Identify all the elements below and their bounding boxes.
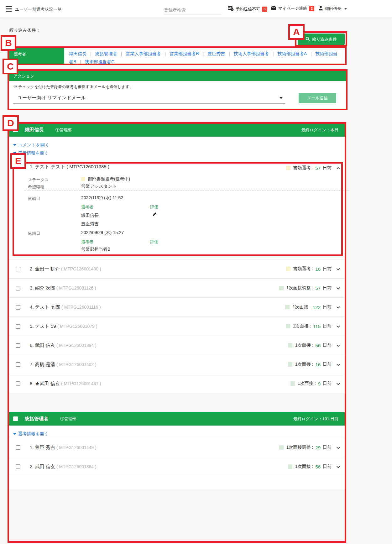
days-count: 56	[315, 464, 321, 469]
row-checkbox[interactable]	[16, 286, 20, 290]
candidate-row: 3. 紹介 次郎 ( MTPG126001126 ) 1次面接調整 : 57 日…	[9, 278, 345, 297]
chevron-down-icon[interactable]	[336, 362, 340, 367]
detail-status-label: ステータス	[28, 177, 49, 183]
section-department: ①管理部	[55, 127, 72, 133]
reviewer-link[interactable]: 豊臣秀吉	[207, 51, 225, 56]
chevron-down-icon[interactable]	[336, 304, 340, 310]
row-checkbox[interactable]	[16, 324, 20, 329]
request-date: 2022/11/09 (水) 11:52	[81, 195, 123, 201]
candidate-name: テスト 五郎	[35, 304, 60, 310]
user-menu[interactable]: 織田信長	[318, 6, 347, 12]
hamburger-menu-icon[interactable]	[6, 6, 12, 12]
days-count: 56	[315, 343, 321, 348]
status-color-square	[288, 362, 292, 367]
top-bar: ユーザー別選考状況一覧 予約送信不可 3 マイページ連絡 2 織田信長	[0, 0, 392, 18]
chevron-down-icon[interactable]	[336, 381, 340, 386]
reviewer-link[interactable]: 営業人事部担当者	[126, 51, 161, 56]
row-checkbox[interactable]	[16, 445, 20, 450]
detail-job-label: 希望職種	[28, 184, 44, 190]
nav-mypage-contact[interactable]: マイページ連絡 2	[271, 6, 314, 11]
days-count: 122	[312, 305, 321, 310]
candidate-name-line: 3. 紹介 次郎 ( MTPG126001126 )	[30, 285, 96, 291]
reviewer-link[interactable]: 統括管理者	[95, 51, 117, 56]
reviewer-filter-row: 選考者 織田信長｜統括管理者｜営業人事部担当者｜営業部担当者B｜豊臣秀吉｜技術人…	[9, 48, 345, 64]
request-date-label: 依頼日	[28, 231, 40, 236]
section-checkbox[interactable]	[13, 416, 18, 421]
status-label: 1次面接調整 :	[286, 285, 313, 291]
open-selection-info-link[interactable]: 選考情報を開く	[13, 431, 49, 437]
reviewer-name: 営業部担当者B	[81, 247, 110, 252]
mail-template-select[interactable]: ユーザー向け リマインドメール	[13, 92, 285, 104]
row-status: 書類選考 : 16 日前	[286, 259, 340, 278]
separator: ｜	[225, 51, 234, 56]
row-status: 1次面接調整 : 57 日前	[279, 279, 340, 297]
days-unit: 日前	[323, 362, 332, 367]
reviewer-link[interactable]: 営業部担当者B	[170, 51, 199, 56]
candidate-code: ( MTPG126001441 )	[61, 381, 101, 386]
row-checkbox[interactable]	[16, 267, 20, 271]
nav-scheduled-send[interactable]: 予約送信不可 3	[228, 6, 267, 13]
mail-template-selected-value: ユーザー向け リマインドメール	[18, 95, 86, 101]
reviewer-link[interactable]: 織田信長	[69, 51, 86, 56]
candidate-row: 2. 武田 信玄 ( MTPG126001384 ) 1次面接 : 56 日前	[9, 457, 345, 476]
chevron-down-icon[interactable]	[336, 266, 340, 272]
section-user-name: 織田信長	[25, 127, 44, 133]
row-number: 7.	[30, 362, 34, 367]
row-number: 2.	[30, 464, 34, 469]
candidate-name-line: 2. 金田一 耕介 ( MTPG126001430 )	[30, 266, 101, 272]
user-section-header: 統括管理者 ①管理部 最終ログイン：101 日前	[9, 412, 345, 426]
chevron-down-icon	[344, 8, 347, 10]
open-comments-link[interactable]: コメントを開く	[13, 142, 49, 148]
row-checkbox[interactable]	[16, 343, 20, 348]
candidate-row: 8. ★武田 信玄 ( MTPG126001441 ) 1次面接 : 9 日前	[9, 374, 345, 393]
divider	[9, 393, 345, 393]
row-number: 5.	[30, 323, 34, 329]
link-label: コメントを開く	[18, 142, 49, 148]
candidate-name: テスト テスト	[35, 164, 65, 169]
nav-label: マイページ連絡	[278, 6, 307, 11]
last-login: 最終ログイン：101 日前	[293, 416, 338, 422]
send-mail-button[interactable]: メール送信	[299, 93, 336, 103]
request-date: 2022/09/29 (木) 15:27	[81, 230, 124, 236]
row-checkbox[interactable]	[16, 362, 20, 367]
mail-icon	[271, 6, 276, 11]
row-status: 1次面接 : 16 日前	[288, 355, 340, 374]
days-count: 29	[315, 445, 321, 450]
chevron-down-icon[interactable]	[336, 323, 340, 329]
filter-button-label: 絞り込み条件	[312, 36, 337, 42]
reviewer-link[interactable]: 技術人事部担当者	[234, 51, 269, 56]
chevron-down-icon[interactable]	[336, 464, 340, 469]
page-title: ユーザー別選考状況一覧	[15, 7, 62, 12]
status-color-square	[285, 305, 290, 309]
candidate-name-line: 5. テスト 59 ( MTPG126001079 )	[30, 323, 97, 329]
candidate-code: ( MTPG126001384 )	[56, 343, 97, 348]
status-label: 書類選考 :	[293, 266, 313, 272]
search-input[interactable]	[164, 6, 221, 14]
edit-pencil-icon[interactable]	[152, 212, 157, 218]
days-unit: 日前	[323, 285, 332, 291]
search-icon	[306, 37, 310, 42]
user-name: 織田信長	[325, 6, 341, 12]
reviewer-link[interactable]: 技術部担当者C	[85, 59, 114, 64]
row-status: 1次面接調整 : 29 日前	[279, 438, 340, 457]
days-count: 16	[315, 362, 321, 367]
chevron-up-icon[interactable]	[336, 165, 340, 171]
annotation-letter-a: A	[288, 24, 305, 40]
separator: ｜	[76, 59, 85, 64]
reviewer-name: 織田信長	[81, 213, 99, 218]
row-checkbox[interactable]	[16, 305, 20, 310]
row-checkbox[interactable]	[16, 381, 20, 386]
last-login: 最終ログイン：本日	[301, 127, 338, 133]
chevron-down-icon[interactable]	[336, 343, 340, 348]
status-label: 1次面接 :	[298, 381, 316, 386]
days-count: 115	[312, 324, 321, 329]
reviewer-link[interactable]: 技術部担当者A	[278, 51, 307, 56]
row-number: 8.	[30, 381, 34, 386]
row-checkbox[interactable]	[16, 464, 20, 469]
section-department: ①管理部	[60, 416, 76, 422]
chevron-down-icon[interactable]	[336, 285, 340, 291]
filter-conditions-button[interactable]: 絞り込み条件	[298, 34, 345, 45]
schedule-send-icon	[228, 6, 234, 13]
status-color-square	[286, 267, 290, 271]
chevron-down-icon[interactable]	[336, 445, 340, 450]
